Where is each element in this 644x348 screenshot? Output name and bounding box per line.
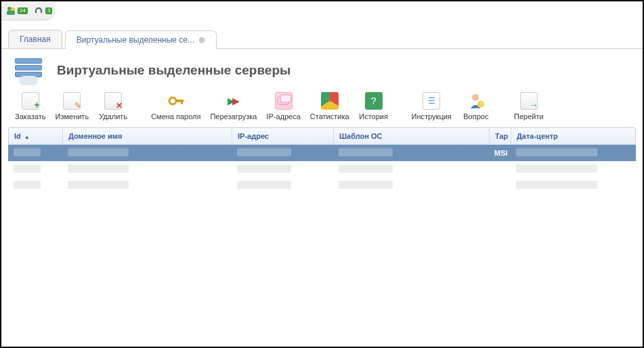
- tab-label: Виртуальные выделенные се...: [77, 35, 194, 45]
- document-pencil-icon: [63, 92, 81, 110]
- user-question-icon: ?: [467, 92, 485, 110]
- button-label: Заказать: [15, 112, 46, 121]
- tab-label: Главная: [20, 35, 51, 44]
- button-label: Инструкция: [412, 112, 452, 121]
- badge-count-1: 24: [18, 7, 28, 14]
- button-label: Изменить: [56, 112, 89, 121]
- table-header: Id ▲ Доменное имя IP-адрес Шаблон ОС Тар…: [8, 127, 636, 145]
- order-button[interactable]: Заказать: [15, 92, 46, 121]
- headset-icon: [33, 5, 44, 16]
- toolbar: Заказать Изменить Удалить Смена пароля П…: [1, 88, 643, 127]
- servers-icon: [15, 58, 47, 83]
- cell-tariff: MSI: [489, 147, 511, 159]
- button-label: Удалить: [99, 112, 127, 121]
- edit-button[interactable]: Изменить: [56, 92, 89, 121]
- column-datacenter[interactable]: Дата-центр: [511, 128, 613, 144]
- instruction-button[interactable]: Инструкция: [412, 92, 452, 121]
- button-label: Смена пароля: [151, 112, 200, 121]
- svg-point-0: [7, 7, 12, 11]
- delete-button[interactable]: Удалить: [98, 92, 128, 121]
- page-header: Виртуальные выделенные серверы: [1, 49, 643, 88]
- question-icon: ?: [365, 92, 383, 110]
- column-os[interactable]: Шаблон ОС: [334, 128, 490, 144]
- document-plus-icon: [22, 92, 39, 110]
- svg-point-3: [169, 97, 176, 104]
- cell-tariff: [489, 167, 511, 171]
- button-label: Вопрос: [463, 112, 488, 121]
- column-tariff[interactable]: Тар: [490, 128, 511, 144]
- table-body: MSI: [8, 145, 636, 194]
- table-row[interactable]: [8, 161, 636, 177]
- cell-tariff: [489, 183, 511, 188]
- ip-addresses-button[interactable]: IP-адреса: [266, 92, 300, 121]
- tab-bar: Главная Виртуальные выделенные се... ⊗: [1, 20, 643, 49]
- sort-asc-icon: ▲: [24, 134, 30, 140]
- svg-point-8: [472, 94, 479, 101]
- document-x-icon: [104, 92, 122, 110]
- pie-chart-icon: [321, 92, 339, 110]
- svg-rect-7: [280, 95, 291, 102]
- svg-rect-5: [181, 100, 183, 104]
- key-icon: [167, 92, 185, 110]
- go-button[interactable]: Перейти: [514, 92, 544, 121]
- notifications-badge[interactable]: 24: [5, 5, 28, 16]
- reboot-icon: [225, 92, 242, 110]
- change-password-button[interactable]: Смена пароля: [151, 92, 200, 121]
- tab-main[interactable]: Главная: [8, 30, 62, 48]
- document-lines-icon: [423, 92, 440, 110]
- top-status-bar: 24 3: [1, 1, 56, 20]
- button-label: Перезагрузка: [210, 112, 257, 121]
- badge-count-2: 3: [45, 7, 52, 14]
- people-icon: [5, 5, 16, 16]
- statistics-button[interactable]: Статистика: [310, 92, 349, 121]
- tab-vds[interactable]: Виртуальные выделенные се... ⊗: [65, 30, 217, 49]
- button-label: Статистика: [310, 112, 349, 121]
- question-button[interactable]: ? Вопрос: [461, 92, 491, 121]
- button-label: Перейти: [514, 112, 544, 121]
- table-row[interactable]: MSI: [8, 145, 636, 161]
- table-row[interactable]: [8, 177, 636, 194]
- svg-text:?: ?: [479, 102, 483, 108]
- page-title: Виртуальные выделенные серверы: [57, 63, 291, 78]
- cards-icon: [275, 92, 293, 110]
- reboot-button[interactable]: Перезагрузка: [210, 92, 257, 121]
- servers-table: Id ▲ Доменное имя IP-адрес Шаблон ОС Тар…: [1, 127, 643, 194]
- column-domain[interactable]: Доменное имя: [63, 128, 232, 144]
- window-arrow-icon: [520, 92, 538, 110]
- button-label: IP-адреса: [266, 112, 300, 121]
- history-button[interactable]: ? История: [359, 92, 389, 121]
- support-badge[interactable]: 3: [33, 5, 52, 16]
- button-label: История: [359, 112, 388, 121]
- close-icon[interactable]: ⊗: [198, 35, 205, 45]
- column-ip[interactable]: IP-адрес: [232, 128, 334, 144]
- column-id[interactable]: Id ▲: [9, 128, 63, 144]
- svg-rect-2: [7, 11, 15, 15]
